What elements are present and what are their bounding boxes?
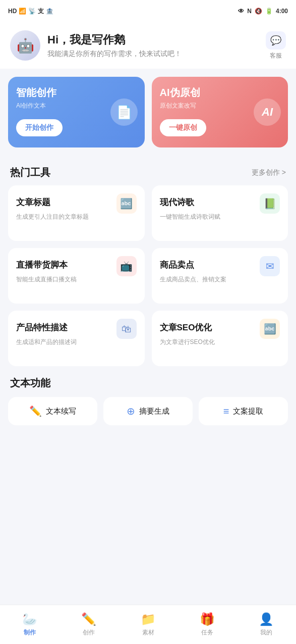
nav-label-write: 创作 bbox=[83, 628, 95, 637]
alipay-icon: 支 bbox=[38, 7, 44, 16]
nav-label-create: 制作 bbox=[24, 628, 36, 637]
product-selling-icon: ✉ bbox=[260, 256, 280, 276]
shopping-icon: 🛍 bbox=[122, 323, 132, 335]
nfc-icon: N bbox=[247, 8, 252, 15]
extract-icon: ≡ bbox=[223, 406, 229, 417]
tool-desc-2: 智能生成直播口播文稿 bbox=[16, 275, 137, 284]
nav-item-mine[interactable]: 👤 我的 bbox=[237, 612, 296, 637]
customer-service-button[interactable]: 💬 客服 bbox=[266, 31, 286, 60]
summary-icon: ⊕ bbox=[127, 405, 135, 417]
wifi-icon: 📡 bbox=[28, 8, 36, 15]
hot-tools-more[interactable]: 更多创作 > bbox=[252, 168, 286, 177]
robot-avatar: 🤖 bbox=[10, 30, 40, 61]
smart-creation-card[interactable]: 智能创作 AI创作文本 开始创作 📄 bbox=[8, 77, 145, 147]
tool-card-modern-poem[interactable]: 📗 现代诗歌 一键智能生成诗歌词赋 bbox=[152, 185, 288, 241]
pencil-icon: ✏️ bbox=[29, 405, 42, 417]
status-right: 👁 N 🔇 🔋 4:00 bbox=[238, 8, 288, 15]
text-extract-card[interactable]: ≡ 文案提取 bbox=[199, 397, 288, 425]
product-desc-icon: 🛍 bbox=[116, 319, 137, 339]
ai-rewrite-card[interactable]: AI伪原创 原创文案改写 一键原创 AI bbox=[152, 77, 288, 147]
signal-bars: 📶 bbox=[19, 8, 26, 15]
nav-label-task: 任务 bbox=[201, 628, 213, 637]
article-title-icon: 🔤 bbox=[116, 193, 137, 214]
tool-card-product-selling[interactable]: ✉ 商品卖点 生成商品卖点、推销文案 bbox=[152, 248, 288, 304]
battery-icon: 🔋 bbox=[265, 8, 273, 15]
text-continue-card[interactable]: ✏️ 文本续写 bbox=[8, 397, 97, 425]
text-func-cards: ✏️ 文本续写 ⊕ 摘要生成 ≡ 文案提取 bbox=[8, 397, 288, 425]
banner-subtitle: 我能满足你所有的写作需求，快来试试吧！ bbox=[47, 49, 182, 59]
envelope-icon: ✉ bbox=[266, 260, 274, 272]
swan-icon: 🦢 bbox=[22, 612, 37, 626]
tool-card-product-desc[interactable]: 🛍 产品特性描述 生成适和产品的描述词 bbox=[8, 311, 145, 366]
hot-tools-header: 热门工具 更多创作 > bbox=[0, 156, 296, 185]
tv-icon: 📺 bbox=[120, 260, 133, 272]
ai-card-icon: AI bbox=[254, 98, 281, 126]
smart-card-button[interactable]: 开始创作 bbox=[16, 119, 63, 136]
text-func-title: 文本功能 bbox=[8, 376, 288, 390]
tool-card-article-title[interactable]: 🔤 文章标题 生成更引人注目的文章标题 bbox=[8, 185, 145, 241]
banner-title: Hi，我是写作鹅 bbox=[47, 32, 182, 47]
tool-desc-3: 生成商品卖点、推销文案 bbox=[160, 275, 280, 284]
feature-cards: 智能创作 AI创作文本 开始创作 📄 AI伪原创 原创文案改写 一键原创 AI bbox=[0, 69, 296, 156]
nav-item-task[interactable]: 🎁 任务 bbox=[177, 612, 236, 637]
nav-label-mine: 我的 bbox=[260, 628, 272, 637]
robot-emoji: 🤖 bbox=[17, 37, 34, 54]
ai-card-button[interactable]: 一键原创 bbox=[160, 119, 206, 136]
doc-icon: 📄 bbox=[116, 105, 132, 120]
hot-tools-title: 热门工具 bbox=[10, 166, 50, 179]
live-script-icon: 📺 bbox=[116, 256, 137, 276]
text-func-label-0: 文本续写 bbox=[46, 407, 76, 416]
tool-desc-0: 生成更引人注目的文章标题 bbox=[16, 212, 137, 222]
main-content: 🤖 Hi，我是写作鹅 我能满足你所有的写作需求，快来试试吧！ 💬 客服 智能创作… bbox=[0, 22, 296, 466]
folder-icon: 📁 bbox=[141, 612, 156, 626]
task-icon: 🎁 bbox=[200, 612, 215, 626]
nav-label-material: 素材 bbox=[142, 628, 154, 637]
tool-desc-4: 生成适和产品的描述词 bbox=[16, 337, 137, 347]
ai-text-icon: AI bbox=[262, 106, 273, 119]
tool-desc-5: 为文章进行SEO优化 bbox=[160, 337, 280, 347]
extra-icon: 🏦 bbox=[46, 8, 53, 15]
seo-icon: 🔤 bbox=[260, 319, 280, 339]
book-icon: 📗 bbox=[264, 197, 276, 210]
status-left: HD 📶 📡 支 🏦 bbox=[8, 7, 53, 16]
mute-icon: 🔇 bbox=[255, 8, 262, 15]
nav-item-create[interactable]: 🦢 制作 bbox=[0, 612, 59, 637]
person-icon: 👤 bbox=[259, 612, 274, 626]
header-banner: 🤖 Hi，我是写作鹅 我能满足你所有的写作需求，快来试试吧！ 💬 客服 bbox=[0, 22, 296, 69]
write-icon: ✏️ bbox=[81, 612, 96, 626]
summary-gen-card[interactable]: ⊕ 摘要生成 bbox=[103, 397, 193, 425]
nav-item-material[interactable]: 📁 素材 bbox=[119, 612, 177, 637]
smart-card-title: 智能创作 bbox=[16, 86, 137, 100]
status-bar: HD 📶 📡 支 🏦 👁 N 🔇 🔋 4:00 bbox=[0, 0, 296, 22]
time-display: 4:00 bbox=[276, 8, 288, 15]
tool-card-seo[interactable]: 🔤 文章SEO优化 为文章进行SEO优化 bbox=[152, 311, 288, 366]
ai-card-title: AI伪原创 bbox=[160, 86, 280, 100]
smart-card-icon: 📄 bbox=[110, 98, 138, 126]
tool-card-live-script[interactable]: 📺 直播带货脚本 智能生成直播口播文稿 bbox=[8, 248, 145, 304]
text-func-label-2: 文案提取 bbox=[233, 407, 263, 416]
text-functions-section: 文本功能 ✏️ 文本续写 ⊕ 摘要生成 ≡ 文案提取 bbox=[0, 376, 296, 425]
banner-text: Hi，我是写作鹅 我能满足你所有的写作需求，快来试试吧！ bbox=[47, 32, 182, 59]
modern-poem-icon: 📗 bbox=[260, 193, 280, 214]
signal-icon: HD bbox=[8, 8, 17, 15]
banner-left: 🤖 Hi，我是写作鹅 我能满足你所有的写作需求，快来试试吧！ bbox=[10, 30, 182, 61]
text-format-icon: 🔤 bbox=[120, 197, 133, 210]
cs-icon: 💬 bbox=[266, 31, 286, 49]
tool-grid: 🔤 文章标题 生成更引人注目的文章标题 📗 现代诗歌 一键智能生成诗歌词赋 📺 … bbox=[0, 185, 296, 366]
tool-desc-1: 一键智能生成诗歌词赋 bbox=[160, 212, 280, 222]
nav-item-write[interactable]: ✏️ 创作 bbox=[59, 612, 118, 637]
cs-label: 客服 bbox=[270, 52, 282, 60]
bottom-nav: 🦢 制作 ✏️ 创作 📁 素材 🎁 任务 👤 我的 bbox=[0, 605, 296, 644]
font-icon: 🔤 bbox=[264, 323, 276, 335]
eye-icon: 👁 bbox=[238, 8, 244, 15]
text-func-label-1: 摘要生成 bbox=[139, 407, 169, 416]
